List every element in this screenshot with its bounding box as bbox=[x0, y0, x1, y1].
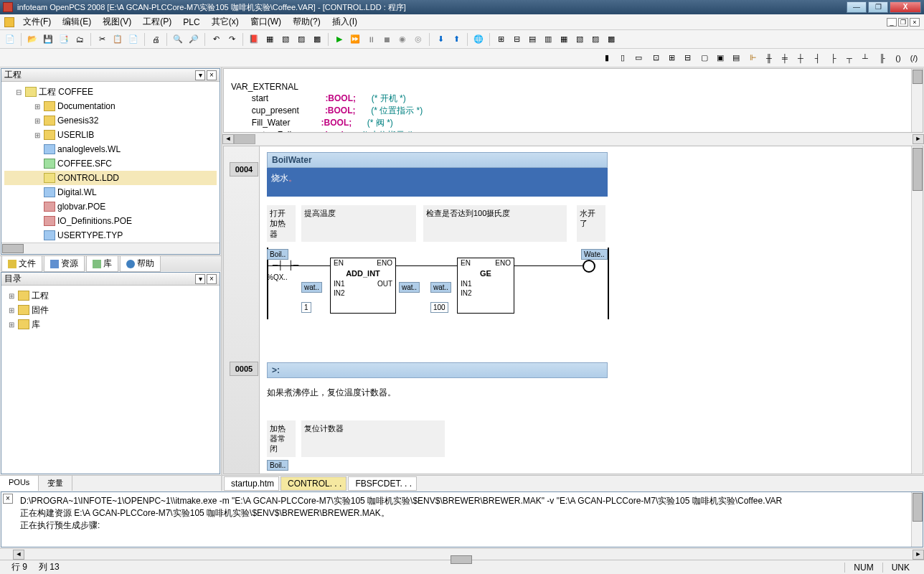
up-icon[interactable]: ⬆ bbox=[449, 32, 463, 47]
tool2-icon[interactable]: ▧ bbox=[278, 32, 293, 47]
zoomout-icon[interactable]: 🔎 bbox=[187, 32, 201, 47]
save-icon[interactable]: 💾 bbox=[41, 32, 55, 47]
catalog-item[interactable]: ⊞固件 bbox=[4, 303, 217, 317]
ld1-icon[interactable]: ▮ bbox=[600, 51, 614, 65]
tree-item[interactable]: Digital.WL bbox=[4, 185, 217, 199]
mdi-restore[interactable]: ❐ bbox=[898, 18, 908, 27]
net-icon[interactable]: 🌐 bbox=[471, 32, 486, 47]
tab-resource[interactable]: 资源 bbox=[44, 255, 85, 272]
mdi-close[interactable]: × bbox=[910, 18, 920, 27]
book-icon[interactable]: 📕 bbox=[247, 32, 261, 47]
const-tag[interactable]: 100 bbox=[430, 302, 448, 313]
output-hscroll[interactable]: ◄► bbox=[0, 548, 924, 560]
function-block-add[interactable]: ENENO ADD_INT IN1OUT IN2 bbox=[330, 258, 396, 314]
folder-icon[interactable]: 🗂 bbox=[72, 32, 87, 47]
menu-project[interactable]: 工程(P) bbox=[137, 14, 177, 29]
tab-help[interactable]: 帮助 bbox=[120, 255, 161, 272]
grid8-icon[interactable]: ▩ bbox=[604, 32, 618, 47]
tool1-icon[interactable]: ▦ bbox=[263, 32, 277, 47]
ld4-icon[interactable]: ⊡ bbox=[649, 51, 663, 65]
menu-edit[interactable]: 编辑(E) bbox=[57, 14, 97, 29]
menu-view[interactable]: 视图(V) bbox=[97, 14, 137, 29]
var-tag[interactable]: wat.. bbox=[399, 282, 420, 293]
const-tag[interactable]: 1 bbox=[301, 302, 311, 313]
expand-icon[interactable]: ⊞ bbox=[33, 131, 42, 139]
tree-item[interactable]: IO_Definitions.POE bbox=[4, 214, 217, 228]
catalog-dropdown-icon[interactable]: ▾ bbox=[195, 274, 205, 284]
print-icon[interactable]: 🖨 bbox=[148, 32, 163, 47]
output-close-icon[interactable]: × bbox=[3, 494, 13, 504]
ld18-icon[interactable]: ╟ bbox=[875, 51, 890, 65]
doctab-fbsfc[interactable]: FBSFCDET. . . bbox=[348, 476, 417, 491]
ld19-icon[interactable]: () bbox=[891, 51, 905, 65]
var-tag[interactable]: Boil.. bbox=[267, 249, 288, 260]
tree-root[interactable]: ⊟ 工程 COFFEE bbox=[4, 85, 217, 99]
tab-file[interactable]: 文件 bbox=[1, 255, 42, 272]
paste-icon[interactable]: 📄 bbox=[126, 32, 141, 47]
ld11-icon[interactable]: ╫ bbox=[762, 51, 776, 65]
coil[interactable] bbox=[583, 260, 595, 273]
ld9-icon[interactable]: ▤ bbox=[729, 51, 743, 65]
grid2-icon[interactable]: ⊟ bbox=[509, 32, 524, 47]
close-button[interactable]: X bbox=[890, 1, 921, 13]
dbg2-icon[interactable]: ◎ bbox=[411, 32, 425, 47]
menu-help[interactable]: 帮助(?) bbox=[287, 14, 326, 29]
tool4-icon[interactable]: ▩ bbox=[310, 32, 324, 47]
tree-item[interactable]: globvar.POE bbox=[4, 199, 217, 214]
menu-insert[interactable]: 插入(I) bbox=[326, 14, 363, 29]
var-tag[interactable]: wat.. bbox=[301, 282, 322, 293]
function-block-ge[interactable]: ENENO GE IN1 IN2 bbox=[457, 258, 514, 314]
ld17-icon[interactable]: ┴ bbox=[858, 51, 872, 65]
output-vscroll[interactable] bbox=[911, 492, 923, 547]
ld10-icon[interactable]: ⊩ bbox=[746, 51, 760, 65]
cut-icon[interactable]: ✂ bbox=[95, 32, 109, 47]
expand-icon[interactable]: ⊞ bbox=[33, 117, 42, 125]
minimize-button[interactable]: — bbox=[847, 1, 867, 13]
code-vscroll[interactable] bbox=[911, 69, 923, 132]
project-tree[interactable]: ⊟ 工程 COFFEE ⊞Documentation⊞Genesis32⊞USE… bbox=[1, 82, 220, 243]
step-arrow[interactable]: >: bbox=[267, 362, 608, 378]
catalog-tree[interactable]: ⊞工程 ⊞固件 ⊞库 bbox=[1, 286, 220, 474]
tree-item[interactable]: USERTYPE.TYP bbox=[4, 228, 217, 243]
var-tag[interactable]: wat.. bbox=[430, 282, 451, 293]
stop-icon[interactable]: ⏹ bbox=[380, 32, 394, 47]
ld13-icon[interactable]: ┼ bbox=[793, 51, 808, 65]
mdi-minimize[interactable]: _ bbox=[887, 18, 897, 27]
tab-variables[interactable]: 变量 bbox=[39, 476, 72, 491]
var-declarations[interactable]: VAR_EXTERNAL start :BOOL; (* 开机 *) cup_p… bbox=[223, 68, 923, 133]
tree-item[interactable]: analoglevels.WL bbox=[4, 142, 217, 156]
maximize-button[interactable]: ❐ bbox=[868, 1, 888, 13]
tree-hscroll[interactable] bbox=[1, 243, 220, 254]
ld8-icon[interactable]: ▣ bbox=[713, 51, 727, 65]
ld7-icon[interactable]: ▢ bbox=[697, 51, 712, 65]
ld5-icon[interactable]: ⊞ bbox=[664, 51, 679, 65]
menu-other[interactable]: 其它(x) bbox=[206, 14, 245, 29]
copy-icon[interactable]: 📋 bbox=[110, 32, 125, 47]
zoomin-icon[interactable]: 🔍 bbox=[171, 32, 185, 47]
tree-item[interactable]: ⊞Genesis32 bbox=[4, 113, 217, 128]
new-icon[interactable]: 📄 bbox=[3, 32, 17, 47]
expand-icon[interactable]: ⊞ bbox=[33, 103, 42, 110]
panel-dropdown-icon[interactable]: ▾ bbox=[195, 70, 205, 80]
step-icon[interactable]: ⏩ bbox=[348, 32, 362, 47]
tree-item[interactable]: CONTROL.LDD bbox=[4, 171, 217, 185]
redo-icon[interactable]: ↷ bbox=[225, 32, 239, 47]
grid1-icon[interactable]: ⊞ bbox=[494, 32, 508, 47]
catalog-item[interactable]: ⊞工程 bbox=[4, 288, 217, 303]
down-icon[interactable]: ⬇ bbox=[433, 32, 448, 47]
ld6-icon[interactable]: ⊟ bbox=[680, 51, 694, 65]
catalog-close-icon[interactable]: × bbox=[207, 274, 217, 284]
ld12-icon[interactable]: ╪ bbox=[778, 51, 792, 65]
ld16-icon[interactable]: ┬ bbox=[842, 51, 857, 65]
step-body[interactable]: 烧水。 bbox=[267, 168, 608, 197]
ld20-icon[interactable]: (/) bbox=[907, 51, 921, 65]
expand-icon[interactable]: ⊟ bbox=[14, 88, 23, 96]
ladder-diagram[interactable]: 0004 0005 BoilWater 烧水。 打开加热器 提高温度 检查是否达… bbox=[223, 146, 923, 474]
code-hscroll[interactable]: ◄► bbox=[222, 133, 924, 145]
pause-icon[interactable]: ⏸ bbox=[364, 32, 378, 47]
doctab-startup[interactable]: startup.htm bbox=[224, 476, 279, 491]
var-tag[interactable]: Boil.. bbox=[267, 460, 288, 471]
doctab-control[interactable]: CONTROL. . . bbox=[280, 476, 346, 491]
grid3-icon[interactable]: ▤ bbox=[525, 32, 539, 47]
var-tag[interactable]: Wate.. bbox=[581, 249, 608, 260]
